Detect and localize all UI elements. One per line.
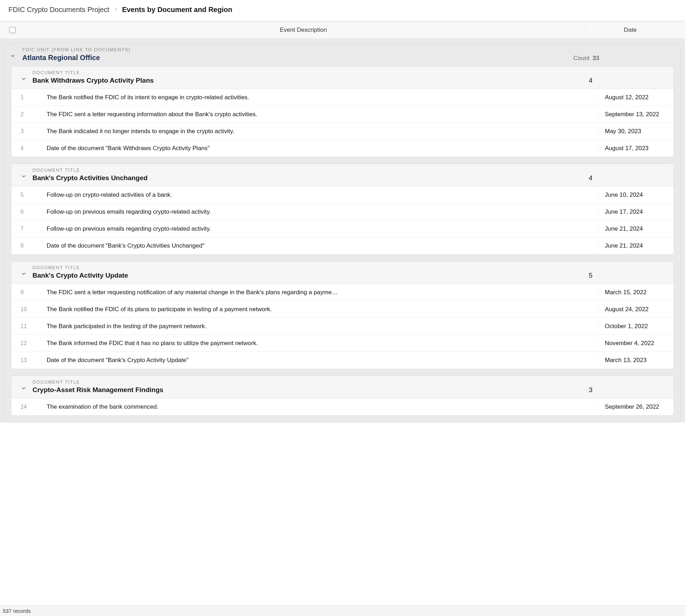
row-number: 8	[11, 243, 36, 249]
date-cell[interactable]: June 10, 2024	[598, 191, 674, 199]
date-cell[interactable]: March 13, 2023	[598, 357, 674, 364]
event-description-cell[interactable]: The Bank participated in the testing of …	[36, 323, 598, 330]
date-cell[interactable]: June 21, 2024	[598, 225, 674, 232]
event-description-cell[interactable]: The examination of the bank commenced.	[36, 403, 598, 410]
breadcrumb-project[interactable]: FDIC Crypto Documents Project	[8, 6, 109, 14]
row-number: 3	[11, 128, 36, 135]
document-title: Bank Withdraws Crypto Activity Plans	[32, 77, 667, 84]
date-cell[interactable]: November 4, 2022	[598, 340, 674, 347]
row-number: 11	[11, 323, 36, 330]
date-cell[interactable]: September 26, 2022	[598, 403, 674, 410]
date-cell[interactable]: August 12, 2022	[598, 94, 674, 101]
document-count: 5	[589, 272, 592, 279]
breadcrumb-view[interactable]: Events by Document and Region	[122, 6, 232, 14]
row-number: 10	[11, 306, 36, 313]
row-number: 1	[11, 94, 36, 101]
document-count: 4	[589, 174, 592, 182]
date-cell[interactable]: August 24, 2022	[598, 306, 674, 313]
region-group: FDIC UNIT (FROM LINK TO DOCUMENTS)Atlant…	[4, 43, 681, 422]
event-description-cell[interactable]: Follow-up on previous emails regarding c…	[36, 208, 598, 215]
document-title: Bank's Crypto Activity Update	[32, 272, 667, 279]
region-count: Count 33	[573, 55, 599, 62]
document-title: Bank's Crypto Activities Unchanged	[32, 174, 667, 182]
chevron-down-icon[interactable]	[20, 173, 27, 181]
event-description-cell[interactable]: The Bank informed the FDIC that it has n…	[36, 340, 598, 347]
row-number: 9	[11, 289, 36, 296]
event-description-cell[interactable]: The Bank indicated it no longer intends …	[36, 128, 598, 135]
event-description-cell[interactable]: Date of the document "Bank Withdraws Cry…	[36, 145, 598, 152]
table-row[interactable]: 13Date of the document "Bank's Crypto Ac…	[11, 352, 674, 369]
date-cell[interactable]: June 21, 2024	[598, 242, 674, 249]
event-description-cell[interactable]: Follow-up on previous emails regarding c…	[36, 225, 598, 232]
chevron-down-icon[interactable]	[20, 385, 27, 393]
chevron-down-icon[interactable]	[10, 53, 16, 60]
document-title: Crypto-Asset Risk Management Findings	[32, 386, 667, 394]
table-row[interactable]: 7Follow-up on previous emails regarding …	[11, 220, 674, 237]
date-cell[interactable]: March 15, 2022	[598, 289, 674, 296]
region-field-label: FDIC UNIT (FROM LINK TO DOCUMENTS)	[22, 47, 674, 52]
document-field-label: DOCUMENT TITLE	[32, 265, 667, 270]
chevron-down-icon[interactable]	[20, 271, 27, 278]
chevron-down-icon[interactable]	[20, 76, 27, 83]
select-all-cell	[0, 27, 25, 33]
region-header[interactable]: FDIC UNIT (FROM LINK TO DOCUMENTS)Atlant…	[5, 43, 680, 66]
date-cell[interactable]: May 30, 2023	[598, 128, 674, 135]
table-row[interactable]: 14The examination of the bank commenced.…	[11, 398, 674, 415]
table-row[interactable]: 8Date of the document "Bank's Crypto Act…	[11, 237, 674, 254]
table-row[interactable]: 10The Bank notified the FDIC of its plan…	[11, 301, 674, 318]
row-number: 4	[11, 145, 36, 152]
table-row[interactable]: 4Date of the document "Bank Withdraws Cr…	[11, 140, 674, 157]
document-group: DOCUMENT TITLEBank Withdraws Crypto Acti…	[11, 66, 674, 157]
table-row[interactable]: 3The Bank indicated it no longer intends…	[11, 123, 674, 140]
event-description-cell[interactable]: The Bank notified the FDIC of its intent…	[36, 94, 598, 101]
select-all-checkbox[interactable]	[9, 27, 16, 33]
row-number: 13	[11, 357, 36, 363]
row-number: 12	[11, 340, 36, 346]
document-group: DOCUMENT TITLEBank's Crypto Activity Upd…	[11, 261, 674, 369]
document-header[interactable]: DOCUMENT TITLECrypto-Asset Risk Manageme…	[11, 376, 674, 398]
column-header-date[interactable]: Date	[586, 26, 675, 34]
date-cell[interactable]: September 13, 2022	[598, 111, 674, 118]
event-description-cell[interactable]: The Bank notified the FDIC of its plans …	[36, 306, 598, 313]
breadcrumb: FDIC Crypto Documents Project Events by …	[0, 0, 685, 21]
document-count: 4	[589, 77, 592, 84]
row-number: 6	[11, 209, 36, 215]
event-description-cell[interactable]: Follow-up on crypto-related activities o…	[36, 191, 598, 199]
document-field-label: DOCUMENT TITLE	[32, 379, 667, 385]
document-field-label: DOCUMENT TITLE	[32, 167, 667, 173]
grid-area: FDIC UNIT (FROM LINK TO DOCUMENTS)Atlant…	[0, 39, 685, 422]
row-number: 7	[11, 226, 36, 232]
document-field-label: DOCUMENT TITLE	[32, 70, 667, 75]
table-row[interactable]: 6Follow-up on previous emails regarding …	[11, 203, 674, 220]
date-cell[interactable]: June 17, 2024	[598, 208, 674, 215]
date-cell[interactable]: October 1, 2022	[598, 323, 674, 330]
row-number: 2	[11, 111, 36, 118]
document-count: 3	[589, 386, 592, 394]
table-row[interactable]: 12The Bank informed the FDIC that it has…	[11, 335, 674, 352]
row-number: 14	[11, 404, 36, 410]
event-description-cell[interactable]: Date of the document "Bank's Crypto Acti…	[36, 357, 598, 364]
column-header-description[interactable]: Event Description	[25, 26, 586, 34]
table-row[interactable]: 5Follow-up on crypto-related activities …	[11, 186, 674, 203]
chevron-right-icon	[114, 6, 118, 13]
document-group: DOCUMENT TITLECrypto-Asset Risk Manageme…	[11, 375, 674, 416]
event-description-cell[interactable]: Date of the document "Bank's Crypto Acti…	[36, 242, 598, 249]
table-row[interactable]: 1The Bank notified the FDIC of its inten…	[11, 89, 674, 106]
table-row[interactable]: 11The Bank participated in the testing o…	[11, 318, 674, 335]
document-header[interactable]: DOCUMENT TITLEBank's Crypto Activity Upd…	[11, 261, 674, 284]
table-row[interactable]: 9The FDIC sent a letter requesting notif…	[11, 284, 674, 301]
event-description-cell[interactable]: The FDIC sent a letter requesting notifi…	[36, 289, 598, 296]
column-headers: Event Description Date	[0, 21, 685, 39]
document-header[interactable]: DOCUMENT TITLEBank Withdraws Crypto Acti…	[11, 66, 674, 89]
date-cell[interactable]: August 17, 2023	[598, 145, 674, 152]
document-header[interactable]: DOCUMENT TITLEBank's Crypto Activities U…	[11, 164, 674, 186]
event-description-cell[interactable]: The FDIC sent a letter requesting inform…	[36, 111, 598, 118]
row-number: 5	[11, 192, 36, 198]
table-row[interactable]: 2The FDIC sent a letter requesting infor…	[11, 106, 674, 123]
document-group: DOCUMENT TITLEBank's Crypto Activities U…	[11, 164, 674, 255]
